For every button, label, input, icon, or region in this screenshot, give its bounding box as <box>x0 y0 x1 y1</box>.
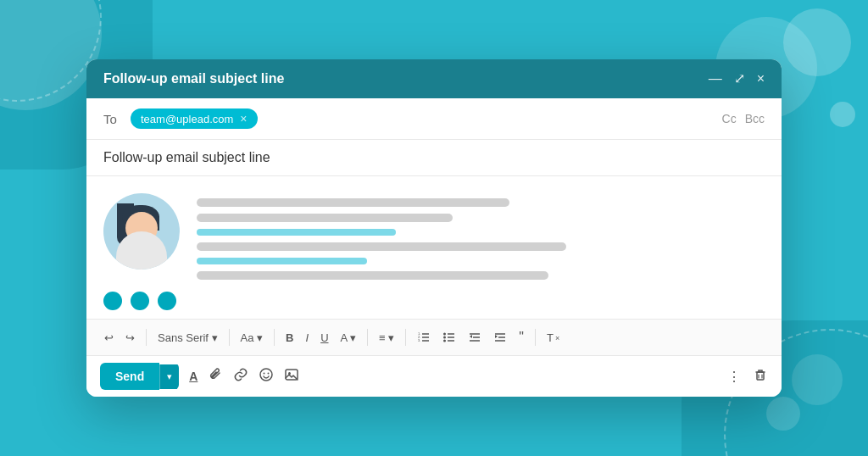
recipient-email: team@uplead.com <box>141 113 233 125</box>
redo-button[interactable]: ↪ <box>121 328 139 348</box>
skeleton-line-3 <box>197 229 396 236</box>
toolbar-sep-2 <box>229 329 230 346</box>
send-dropdown-button[interactable]: ▾ <box>159 364 179 389</box>
minimize-button[interactable]: — <box>709 72 722 86</box>
svg-point-20 <box>260 369 272 381</box>
indent-decrease-button[interactable] <box>464 327 486 348</box>
svg-rect-25 <box>757 372 764 380</box>
delete-button[interactable] <box>753 367 768 386</box>
svg-text:3.: 3. <box>418 338 420 342</box>
modal-body: To team@uplead.com × Cc Bcc Follow-up em… <box>86 98 782 397</box>
italic-button[interactable]: I <box>302 328 314 348</box>
maximize-button[interactable]: ⤢ <box>734 72 745 86</box>
skeleton-line-2 <box>197 214 453 222</box>
bottom-bar: Send ▾ A ⋮ <box>86 355 782 397</box>
bcc-button[interactable]: Bcc <box>745 112 765 125</box>
font-color-button[interactable]: A ▾ <box>337 328 361 348</box>
svg-point-22 <box>268 373 270 375</box>
avatar-body <box>116 231 167 270</box>
typing-dot-3 <box>158 292 176 310</box>
unordered-list-button[interactable] <box>438 327 460 348</box>
font-family-button[interactable]: Sans Serif ▾ <box>153 328 222 348</box>
skeleton-line-4 <box>197 242 566 251</box>
toolbar-sep-3 <box>274 329 275 346</box>
clear-format-button[interactable]: T× <box>542 328 564 348</box>
toolbar-sep-6 <box>535 329 536 346</box>
to-row: To team@uplead.com × Cc Bcc <box>86 98 782 140</box>
skeleton-line-6 <box>197 271 548 280</box>
close-button[interactable]: × <box>757 72 765 86</box>
svg-point-9 <box>443 333 446 336</box>
skeleton-content <box>197 193 765 280</box>
underline-button[interactable]: U <box>316 328 332 348</box>
modal-controls: — ⤢ × <box>709 72 765 86</box>
font-size-button[interactable]: Aa ▾ <box>236 328 268 348</box>
send-button-group: Send ▾ <box>100 363 179 390</box>
image-button[interactable] <box>284 367 299 386</box>
subject-row: Follow-up email subject line <box>86 140 782 176</box>
toolbar-sep-4 <box>367 329 368 346</box>
more-options-button[interactable]: ⋮ <box>727 369 741 385</box>
ordered-list-button[interactable]: 1.2.3. <box>413 327 435 348</box>
link-button[interactable] <box>233 367 248 386</box>
svg-point-10 <box>443 336 446 339</box>
toolbar-sep-1 <box>146 329 147 346</box>
bg-circle-6 <box>830 102 855 127</box>
attachment-button[interactable] <box>208 367 223 386</box>
bottom-right-controls: ⋮ <box>727 367 768 386</box>
font-color-icon[interactable]: A <box>189 370 198 383</box>
skeleton-line-5 <box>197 258 367 264</box>
toolbar-sep-5 <box>405 329 406 346</box>
remove-recipient-button[interactable]: × <box>240 112 247 125</box>
email-compose-modal: Follow-up email subject line — ⤢ × To te… <box>86 59 782 397</box>
indent-increase-button[interactable] <box>489 327 511 348</box>
modal-header: Follow-up email subject line — ⤢ × <box>86 59 782 98</box>
undo-button[interactable]: ↩ <box>100 328 118 348</box>
align-button[interactable]: ≡ ▾ <box>375 328 398 348</box>
svg-marker-19 <box>495 335 498 338</box>
formatting-toolbar: ↩ ↪ Sans Serif ▾ Aa ▾ B I U A ▾ ≡ ▾ 1.2.… <box>86 319 782 355</box>
typing-dots <box>103 292 765 310</box>
to-label: To <box>103 112 120 126</box>
cc-bcc-controls: Cc Bcc <box>722 112 765 125</box>
skeleton-line-1 <box>197 198 509 207</box>
svg-point-21 <box>264 373 265 375</box>
avatar <box>103 193 180 270</box>
typing-dot-2 <box>131 292 149 310</box>
recipient-tag: team@uplead.com × <box>131 108 258 129</box>
modal-title: Follow-up email subject line <box>103 71 284 86</box>
svg-point-11 <box>443 340 446 342</box>
bold-button[interactable]: B <box>281 328 298 348</box>
email-content-area[interactable] <box>86 176 782 319</box>
cc-button[interactable]: Cc <box>722 112 737 125</box>
typing-dot-1 <box>103 292 122 310</box>
emoji-button[interactable] <box>259 367 274 386</box>
blockquote-button[interactable]: " <box>515 326 528 348</box>
content-preview <box>103 193 765 280</box>
send-button[interactable]: Send <box>100 363 159 390</box>
bg-circle-3 <box>783 8 851 76</box>
svg-marker-15 <box>470 335 472 338</box>
subject-field[interactable]: Follow-up email subject line <box>103 150 765 165</box>
